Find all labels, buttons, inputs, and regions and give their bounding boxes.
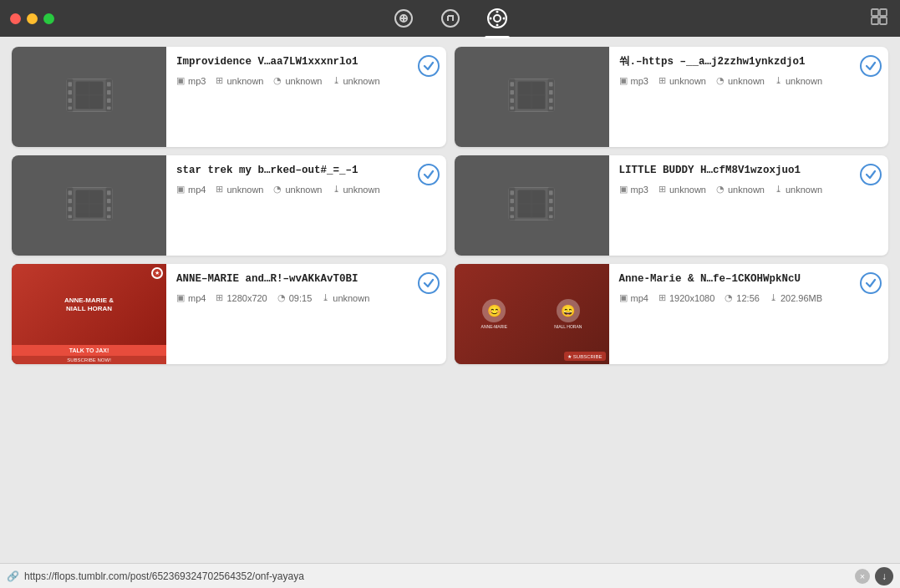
card-meta: ▣ mp3 ⊞ unknown ◔ unknown ⤓ unknown (619, 184, 879, 195)
check-icon[interactable] (860, 164, 882, 185)
svg-rect-19 (68, 107, 72, 110)
svg-rect-59 (511, 199, 515, 203)
duration-meta: ◔ unknown (273, 184, 322, 195)
format-value: mp4 (631, 293, 648, 303)
svg-rect-64 (549, 207, 553, 211)
size-value: unknown (343, 76, 380, 86)
svg-rect-49 (107, 199, 111, 203)
duration-icon: ◔ (273, 75, 282, 86)
media-card-5[interactable]: ANNE-MARIE & NIALL HORAN TALK TO JAX! SU… (12, 264, 446, 364)
reel-nav-icon[interactable] (486, 7, 509, 30)
size-meta: ⤓ unknown (333, 75, 380, 86)
svg-rect-36 (549, 99, 553, 103)
phone-nav-icon[interactable] (392, 7, 415, 30)
resolution-icon: ⊞ (216, 184, 223, 195)
svg-rect-21 (107, 90, 111, 94)
resolution-meta: ⊞ unknown (658, 184, 706, 195)
thumbnail-area (455, 155, 609, 256)
format-value: mp4 (188, 293, 206, 303)
film-strip-icon (64, 70, 114, 124)
resolution-meta: ⊞ unknown (658, 75, 706, 86)
thumbnail-area (12, 47, 166, 147)
media-card-3[interactable]: star trek my b…rked–out#_=_–1 ▣ mp4 ⊞ un… (12, 155, 446, 256)
statusbar: 🔗 https://flops.tumblr.com/post/65236932… (0, 563, 900, 588)
svg-rect-46 (68, 207, 72, 211)
svg-point-4 (494, 15, 501, 22)
media-card-1[interactable]: Improvidence V…aa7LW1xxxnrlo1 ▣ mp3 ⊞ un… (12, 47, 446, 147)
window-grid-icon[interactable] (870, 8, 888, 30)
card-title: star trek my b…rked–out#_=_–1 (176, 164, 436, 177)
resolution-meta: ⊞ 1280x720 (216, 292, 267, 303)
card-title: 쒀.–https –__a…j2zzhw1ynkzdjo1 (619, 55, 879, 68)
duration-value: unknown (285, 76, 322, 86)
minimize-button[interactable] (27, 13, 38, 24)
svg-rect-16 (68, 82, 72, 86)
duration-icon: ◔ (273, 184, 282, 195)
thumbnail-area: 😊 ANNE-MARIE 😄 NIALL HORAN ★ SUBSCRIBE (455, 264, 609, 364)
thumbnail-area: ANNE-MARIE & NIALL HORAN TALK TO JAX! SU… (12, 264, 166, 364)
format-icon: ▣ (176, 184, 185, 195)
format-meta: ▣ mp3 (619, 75, 648, 86)
duration-meta: ◔ unknown (273, 75, 322, 86)
svg-rect-51 (107, 215, 111, 219)
svg-rect-18 (68, 99, 72, 103)
media-card-4[interactable]: LITTLE BUDDY H…cfM8V1wzoxjuo1 ▣ mp3 ⊞ un… (455, 155, 889, 256)
statusbar-download-button[interactable]: ↓ (875, 567, 893, 585)
media-card-2[interactable]: 쒀.–https –__a…j2zzhw1ynkzdjo1 ▣ mp3 ⊞ un… (455, 47, 889, 147)
card-info: Anne-Marie & N…fe–1CKOHWpkNcU ▣ mp4 ⊞ 19… (609, 264, 889, 364)
card-info: star trek my b…rked–out#_=_–1 ▣ mp4 ⊞ un… (166, 155, 446, 256)
card-meta: ▣ mp4 ⊞ 1280x720 ◔ 09:15 ⤓ unknown (176, 292, 436, 303)
size-icon: ⤓ (770, 292, 777, 303)
format-meta: ▣ mp4 (176, 184, 206, 195)
resolution-value: unknown (226, 76, 263, 86)
size-icon: ⤓ (775, 75, 782, 86)
check-icon[interactable] (860, 55, 882, 77)
svg-rect-35 (549, 90, 553, 94)
svg-rect-17 (68, 90, 72, 94)
svg-rect-33 (511, 107, 515, 110)
resolution-value: unknown (226, 185, 263, 195)
resolution-meta: ⊞ 1920x1080 (658, 292, 714, 303)
resolution-icon: ⊞ (658, 75, 666, 86)
duration-meta: ◔ unknown (716, 75, 765, 86)
svg-rect-9 (872, 9, 878, 16)
format-meta: ▣ mp3 (176, 75, 206, 86)
duration-icon: ◔ (725, 292, 733, 303)
format-value: mp4 (188, 185, 206, 195)
check-icon[interactable] (418, 164, 440, 185)
card-title: Improvidence V…aa7LW1xxxnrlo1 (176, 55, 436, 68)
card-meta: ▣ mp4 ⊞ unknown ◔ unknown ⤓ unknown (176, 184, 436, 195)
resolution-value: unknown (669, 185, 706, 195)
svg-point-6 (496, 24, 498, 27)
film-strip-icon (506, 179, 557, 232)
close-button[interactable] (10, 13, 21, 24)
check-icon[interactable] (418, 272, 440, 294)
traffic-lights (10, 13, 54, 24)
svg-point-8 (502, 18, 505, 20)
thumbnail-area (455, 47, 609, 147)
card-title: ANNE–MARIE and…R!–wvAKkAvT0BI (176, 272, 436, 286)
svg-rect-10 (880, 9, 887, 16)
format-meta: ▣ mp4 (176, 292, 206, 303)
svg-rect-44 (68, 190, 72, 195)
duration-meta: ◔ 09:15 (277, 292, 313, 303)
duration-meta: ◔ 12:56 (725, 292, 760, 303)
size-meta: ⤓ unknown (322, 292, 369, 303)
size-value: 202.96MB (781, 293, 822, 303)
titlebar (0, 0, 900, 37)
check-icon[interactable] (418, 55, 440, 77)
check-icon[interactable] (860, 272, 882, 294)
svg-rect-45 (68, 199, 72, 203)
svg-rect-32 (511, 99, 515, 103)
resolution-meta: ⊞ unknown (216, 75, 263, 86)
media-card-6[interactable]: 😊 ANNE-MARIE 😄 NIALL HORAN ★ SUBSCRIBE A… (455, 264, 889, 364)
card-title: Anne-Marie & N…fe–1CKOHWpkNcU (619, 272, 879, 286)
refresh-nav-icon[interactable] (439, 7, 462, 30)
card-info: Improvidence V…aa7LW1xxxnrlo1 ▣ mp3 ⊞ un… (166, 47, 446, 147)
maximize-button[interactable] (43, 13, 54, 24)
svg-rect-48 (107, 190, 111, 195)
format-meta: ▣ mp4 (619, 292, 648, 303)
size-meta: ⤓ unknown (775, 184, 822, 195)
resolution-meta: ⊞ unknown (216, 184, 263, 195)
statusbar-close-button[interactable]: × (855, 569, 870, 584)
